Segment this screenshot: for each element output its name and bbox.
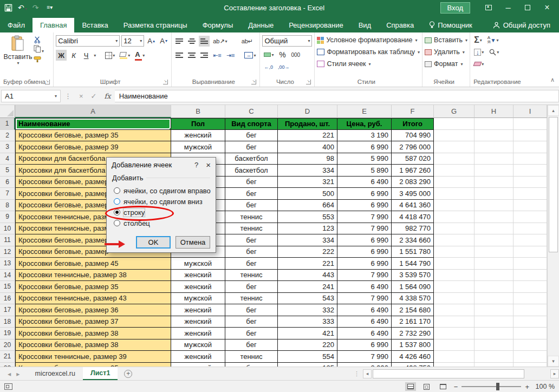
tab-Помощник[interactable]: Помощник — [421, 18, 480, 32]
cell[interactable]: 6 990 — [337, 339, 392, 351]
zoom-out-icon[interactable]: − — [454, 383, 458, 391]
empty-cell[interactable] — [434, 153, 474, 165]
empty-cell[interactable] — [474, 246, 514, 258]
cell[interactable]: мужской — [171, 258, 225, 270]
empty-cell[interactable] — [474, 211, 514, 223]
cell[interactable]: 1 564 090 — [392, 281, 434, 293]
cell[interactable]: Кроссовки беговые, размер 39 — [15, 141, 171, 153]
cell[interactable]: 3 990 — [337, 363, 392, 367]
cell[interactable]: Кроссовки беговые, размер 36 — [15, 304, 171, 316]
cell[interactable]: женский — [171, 304, 225, 316]
share-button[interactable]: Общий доступ — [484, 18, 559, 32]
cut-icon[interactable] — [34, 36, 42, 43]
empty-cell[interactable] — [514, 234, 547, 246]
empty-cell[interactable] — [514, 351, 547, 363]
customize-quick-access-icon[interactable]: ≡▾ — [47, 5, 53, 10]
dialog-help-icon[interactable]: ? — [187, 161, 206, 169]
cell[interactable]: теннис — [225, 351, 278, 363]
empty-cell[interactable] — [434, 177, 474, 188]
row-header[interactable]: 4 — [0, 153, 15, 165]
cell[interactable]: 6 990 — [337, 246, 392, 258]
cell[interactable]: теннис — [225, 211, 278, 223]
empty-cell[interactable] — [434, 258, 474, 270]
row-header[interactable]: 13 — [0, 258, 15, 270]
tab-Формулы[interactable]: Формулы — [195, 18, 241, 32]
tab-Справка[interactable]: Справка — [379, 18, 421, 32]
cell[interactable]: Кроссовки беговые, размер 37 — [15, 316, 171, 328]
cell[interactable]: 6 490 — [337, 328, 392, 339]
italic-button[interactable]: К — [68, 50, 79, 61]
confirm-entry-icon[interactable]: ✓ — [87, 92, 101, 100]
empty-cell[interactable] — [474, 281, 514, 293]
cell[interactable]: женский — [171, 316, 225, 328]
column-header-G[interactable]: G — [434, 105, 474, 118]
empty-cell[interactable] — [474, 118, 514, 130]
increase-decimal-icon[interactable]: ←,0 — [262, 62, 275, 73]
tab-Вставка[interactable]: Вставка — [74, 18, 115, 32]
cell[interactable]: женский — [171, 363, 225, 367]
cell[interactable]: женский — [171, 130, 225, 142]
empty-cell[interactable] — [434, 328, 474, 339]
undo-icon[interactable]: ↶▾ — [18, 4, 27, 11]
column-header-H[interactable]: H — [474, 105, 514, 118]
cell[interactable]: 443 — [278, 270, 337, 282]
cell-styles-button[interactable]: Стили ячеек▾ — [317, 58, 420, 70]
tab-Данные[interactable]: Данные — [240, 18, 281, 32]
header-cell[interactable]: Цена, руб. — [337, 118, 392, 130]
empty-cell[interactable] — [434, 316, 474, 328]
empty-cell[interactable] — [514, 293, 547, 305]
empty-cell[interactable] — [474, 177, 514, 188]
radio-option[interactable]: столбец — [114, 218, 210, 228]
conditional-formatting-button[interactable]: Условное форматирование▾ — [317, 34, 420, 46]
decrease-decimal-icon[interactable]: ,00→ — [276, 62, 291, 73]
empty-cell[interactable] — [514, 177, 547, 188]
empty-cell[interactable] — [514, 223, 547, 235]
increase-indent-icon[interactable]: ⇥≡ — [225, 50, 237, 61]
empty-cell[interactable] — [434, 223, 474, 235]
empty-cell[interactable] — [474, 223, 514, 235]
cell[interactable]: теннис — [225, 293, 278, 305]
cell[interactable]: 4 338 570 — [392, 293, 434, 305]
column-header-A[interactable]: A — [15, 105, 171, 118]
cell[interactable]: 543 — [278, 293, 337, 305]
page-layout-view-icon[interactable] — [421, 382, 432, 391]
clipboard-dialog-launcher-icon[interactable]: ↘ — [45, 80, 50, 84]
fill-icon[interactable]: ↓▾ — [472, 47, 485, 57]
cell[interactable]: 6 990 — [337, 258, 392, 270]
row-header[interactable]: 12 — [0, 246, 15, 258]
align-top-icon[interactable] — [174, 36, 185, 47]
empty-cell[interactable] — [514, 339, 547, 351]
orientation-icon[interactable]: ab↗▾ — [211, 36, 229, 47]
align-bottom-icon[interactable] — [199, 36, 210, 47]
cancel-button[interactable]: Отмена — [176, 236, 210, 249]
cell[interactable]: мужской — [171, 339, 225, 351]
tab-Вид[interactable]: Вид — [351, 18, 379, 32]
close-button[interactable]: × — [538, 1, 556, 14]
shrink-font-icon[interactable]: A▾ — [158, 36, 169, 47]
cell[interactable]: 587 020 — [392, 153, 434, 165]
header-cell[interactable]: Итого — [392, 118, 434, 130]
empty-cell[interactable] — [474, 165, 514, 177]
cell[interactable]: 221 — [278, 258, 337, 270]
cell[interactable]: бег — [225, 188, 278, 200]
copy-icon[interactable]: ▾ — [34, 45, 44, 54]
cell[interactable]: 334 — [278, 234, 337, 246]
maximize-button[interactable] — [519, 1, 536, 14]
empty-cell[interactable] — [514, 165, 547, 177]
cell[interactable]: мужской — [171, 293, 225, 305]
cell[interactable]: 2 161 170 — [392, 316, 434, 328]
minimize-button[interactable]: ─ — [499, 1, 517, 14]
cell[interactable]: 4 418 470 — [392, 211, 434, 223]
cell[interactable]: 334 — [278, 165, 337, 177]
empty-cell[interactable] — [434, 141, 474, 153]
cell[interactable]: 2 796 000 — [392, 141, 434, 153]
row-header[interactable]: 20 — [0, 339, 15, 351]
cell[interactable]: бег — [225, 177, 278, 188]
empty-cell[interactable] — [434, 118, 474, 130]
decrease-indent-icon[interactable]: ⇤≡ — [211, 50, 223, 61]
borders-icon[interactable]: ▾ — [103, 50, 116, 61]
tab-Рецензирование[interactable]: Рецензирование — [281, 18, 350, 32]
row-header[interactable]: 18 — [0, 316, 15, 328]
clear-icon[interactable]: ▾ — [472, 58, 485, 69]
radio-option[interactable]: ячейки, со сдвигом вправо — [114, 185, 210, 196]
